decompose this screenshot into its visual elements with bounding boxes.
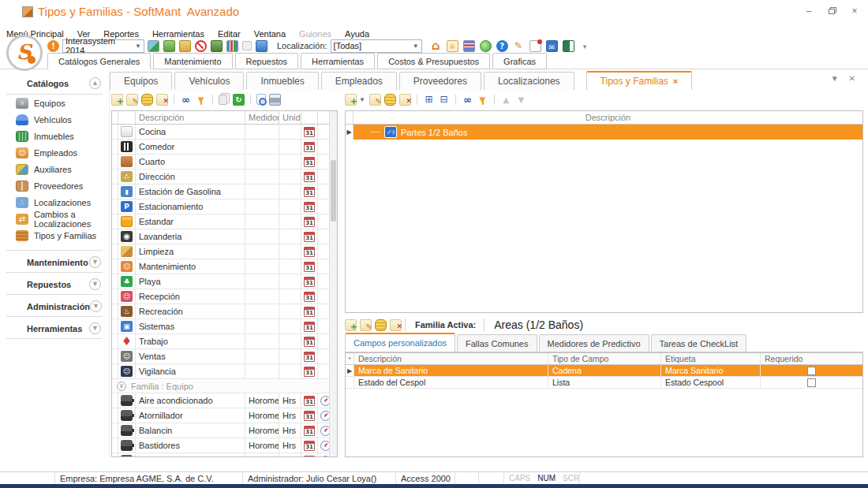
- close-tab-icon[interactable]: ×: [673, 76, 678, 86]
- sidebar-item-cambios[interactable]: Cambios a Localizaciones: [0, 210, 109, 227]
- tab-list-dropdown-icon[interactable]: ▼: [831, 74, 839, 83]
- print-icon[interactable]: [269, 94, 281, 106]
- sidebar-item-auxiliares[interactable]: Auxiliares: [0, 161, 109, 177]
- settings-icon[interactable]: [447, 40, 458, 52]
- system-combobox[interactable]: Interasystem 2014 ▼: [62, 39, 144, 53]
- table-row[interactable]: Estación de Gasolina: [112, 184, 337, 199]
- close-tab-icon[interactable]: ✕: [849, 74, 855, 83]
- calendar-31-icon[interactable]: [304, 247, 315, 257]
- calendar-31-icon[interactable]: [304, 187, 315, 197]
- ribbon-tab-cat-logos-generales[interactable]: Catálogos Generales: [47, 53, 151, 69]
- tab-proveedores[interactable]: Proveedores: [399, 72, 481, 90]
- delete-icon[interactable]: [156, 94, 168, 106]
- calendar-31-icon[interactable]: [304, 202, 315, 212]
- sidebar-item-localizaciones[interactable]: Localizaciones: [0, 194, 109, 210]
- calendar-31-icon[interactable]: [304, 322, 315, 332]
- calendar-31-icon[interactable]: [304, 426, 315, 436]
- sidebar-item-proveedores[interactable]: Proveedores: [0, 177, 109, 194]
- block-icon[interactable]: [195, 40, 207, 52]
- sidebar-section-repuestos[interactable]: Repuestos▼: [0, 273, 109, 294]
- sidebar-item-tipos[interactable]: Tipos y Familias: [0, 227, 109, 244]
- up-icon[interactable]: [500, 94, 512, 106]
- collapse-icon[interactable]: [438, 94, 450, 106]
- users-icon[interactable]: [211, 40, 223, 52]
- calendar-31-icon[interactable]: [304, 292, 315, 302]
- detail-tab-medidores-de-predictivo[interactable]: Medidores de Predictivo: [539, 334, 649, 352]
- delete-icon[interactable]: [390, 319, 402, 331]
- checkbox-icon[interactable]: [242, 41, 252, 50]
- table-row[interactable]: BastidoresHorometroHrs: [112, 438, 337, 453]
- menu-item-ayuda[interactable]: Ayuda: [343, 28, 371, 39]
- copy-icon[interactable]: [219, 95, 227, 105]
- sidebar-section-catalogos[interactable]: Catálogos▲: [0, 71, 109, 94]
- calendar-31-icon[interactable]: [304, 352, 315, 362]
- tab-equipos[interactable]: Equipos: [110, 72, 172, 90]
- collapse-group-icon[interactable]: ∨: [117, 382, 126, 391]
- edit-icon[interactable]: [369, 94, 381, 106]
- edit-icon[interactable]: [360, 319, 372, 331]
- calendar-31-icon[interactable]: [304, 142, 315, 152]
- find-icon[interactable]: [462, 94, 473, 106]
- vertical-scrollbar[interactable]: [329, 111, 337, 456]
- save-icon[interactable]: [375, 319, 387, 331]
- ribbon-tab-graficas[interactable]: Graficas: [492, 53, 547, 69]
- calendar-31-icon[interactable]: [304, 307, 315, 317]
- table-row[interactable]: Cocina: [112, 125, 337, 140]
- calendar-31-icon[interactable]: [304, 411, 315, 421]
- tab-empleados[interactable]: Empleados: [321, 72, 397, 90]
- detail-tab-fallas-comunes[interactable]: Fallas Comunes: [457, 334, 537, 352]
- add-icon[interactable]: [111, 94, 123, 106]
- globe-icon[interactable]: [480, 40, 492, 52]
- expand-down-icon[interactable]: ▼: [89, 256, 101, 268]
- sidebar-item-equipos[interactable]: Equipos: [0, 95, 109, 111]
- localizacion-combobox[interactable]: [Todas] ▼: [331, 39, 422, 53]
- campo-row[interactable]: Estado del CespolListaEstado Cespool: [346, 377, 862, 389]
- help-icon[interactable]: [496, 40, 508, 52]
- sidebar-item-empleados[interactable]: Empleados: [0, 144, 109, 161]
- folder-link-icon[interactable]: [256, 40, 268, 52]
- save-icon[interactable]: [141, 94, 153, 106]
- expand-down-icon[interactable]: ▼: [90, 300, 102, 312]
- table-row[interactable]: AtornilladorHorometroHrs: [112, 408, 337, 423]
- ribbon-tab-mantenimiento[interactable]: Mantenimiento: [153, 53, 232, 69]
- sidebar-item-inmuebles[interactable]: Inmuebles: [0, 128, 109, 144]
- users-add-icon[interactable]: [163, 40, 175, 52]
- requerido-checkbox[interactable]: [807, 367, 816, 375]
- edit-icon[interactable]: [126, 94, 138, 106]
- menu-item-editar[interactable]: Editar: [216, 28, 242, 39]
- database-icon[interactable]: [463, 40, 475, 52]
- table-row[interactable]: Recreación: [112, 304, 337, 319]
- down-icon[interactable]: [515, 94, 527, 106]
- table-row[interactable]: Trabajo: [112, 334, 337, 349]
- scrollbar-thumb[interactable]: [331, 160, 336, 222]
- filter-icon[interactable]: [195, 94, 207, 106]
- home-icon[interactable]: [430, 40, 442, 52]
- chart-icon[interactable]: [226, 40, 238, 52]
- table-row[interactable]: Ventas: [112, 349, 337, 364]
- sidebar-section-administraci-n[interactable]: Administración▼: [0, 295, 109, 316]
- collapse-up-icon[interactable]: ▲: [89, 77, 101, 89]
- detail-tab-tareas-de-checklist[interactable]: Tareas de CheckList: [651, 334, 747, 352]
- table-row[interactable]: Mantenimiento: [112, 259, 337, 274]
- tree-row[interactable]: ▶Partes 1/2 Baños: [346, 125, 862, 140]
- table-row[interactable]: Estandar: [112, 214, 337, 229]
- group-header-familia-equipo[interactable]: ∨Familia : Equipo: [112, 379, 337, 393]
- table-row[interactable]: Comedor: [112, 140, 337, 155]
- tab-inmuebles[interactable]: Inmuebles: [246, 72, 318, 90]
- ribbon-tab-repuestos[interactable]: Repuestos: [235, 53, 299, 69]
- minimize-button[interactable]: –: [803, 6, 814, 17]
- calendar-31-icon[interactable]: [304, 277, 315, 287]
- detail-tab-campos-personalizados[interactable]: Campos personalizados: [345, 333, 455, 352]
- table-row[interactable]: Cuarto: [112, 155, 337, 169]
- close-button[interactable]: ×: [849, 6, 860, 17]
- add-drop-icon[interactable]: [345, 94, 357, 106]
- ribbon-tab-herramientas[interactable]: Herramientas: [301, 53, 375, 69]
- calendar-31-icon[interactable]: [304, 127, 315, 137]
- restore-button[interactable]: [826, 6, 837, 17]
- table-row[interactable]: Aire acondicionadoHorometroHrs: [112, 393, 337, 408]
- calendar-31-icon[interactable]: [304, 396, 315, 406]
- save-icon[interactable]: [384, 94, 396, 106]
- expand-icon[interactable]: [423, 94, 435, 106]
- refresh-icon[interactable]: [233, 94, 245, 106]
- campo-row[interactable]: ▶Marca de SanitarioCadenaMarca Sanitario: [346, 365, 862, 377]
